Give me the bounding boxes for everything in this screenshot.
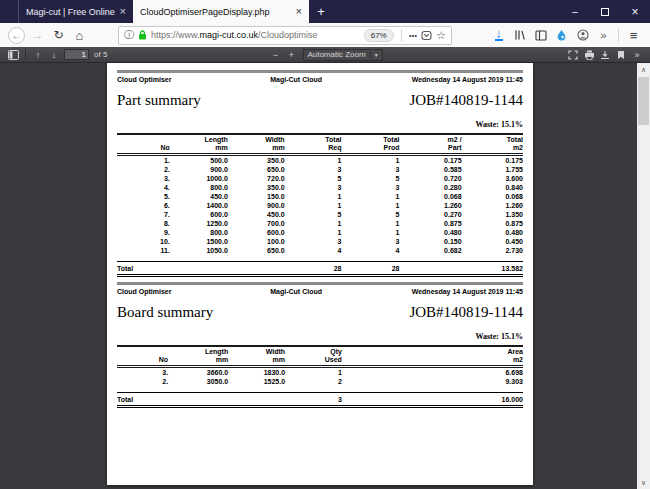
close-window-button[interactable]: × <box>620 0 650 23</box>
previous-page-button[interactable]: ↑ <box>30 48 46 62</box>
table-cell: 9. <box>117 228 170 237</box>
zoom-out-button[interactable]: − <box>267 48 283 62</box>
table-cell: 0.450 <box>462 237 523 246</box>
table-row: 11.1050.0650.0440.6822.730 <box>117 246 523 262</box>
table-cell: 4. <box>117 183 170 192</box>
total-cell <box>168 393 228 407</box>
reload-button[interactable]: ↻ <box>48 25 69 45</box>
zoom-in-button[interactable]: + <box>283 48 299 62</box>
table-cell: 1400.0 <box>170 201 228 210</box>
presentation-mode-button[interactable] <box>565 48 581 62</box>
total-cell <box>228 262 285 276</box>
table-cell: 900.0 <box>228 201 285 210</box>
table-footer: Total 28 28 13.582 <box>117 262 523 276</box>
table-cell: 4 <box>285 246 342 262</box>
scroll-up-icon[interactable]: ∧ <box>637 63 650 76</box>
maximize-icon <box>601 8 609 16</box>
page-zoom-badge[interactable]: 67% <box>364 29 394 42</box>
table-cell: 3. <box>117 367 168 378</box>
downloads-button[interactable]: ↓ <box>488 25 509 45</box>
page-number-input[interactable] <box>64 49 89 60</box>
tab-magicut-home[interactable]: Magi-cut | Free Online Panel Cuttin × <box>19 0 133 23</box>
forward-button[interactable]: → <box>27 25 48 45</box>
pdf-more-tools-button[interactable]: » <box>629 48 645 62</box>
app-menu-button[interactable]: ≡ <box>623 25 644 45</box>
table-row: 10.1500.0100.0330.1500.450 <box>117 237 523 246</box>
table-row: 3.3660.01830.016.698 <box>117 367 523 378</box>
table-cell: 450.0 <box>228 210 285 219</box>
table-cell: 3 <box>341 165 399 174</box>
tab-bar: Magi-cut | Free Online Panel Cuttin × Cl… <box>0 0 650 23</box>
print-button[interactable] <box>581 48 597 62</box>
pdf-toolbar: ↑ ↓ of 5 − + Automatic Zoom ▼ <box>0 47 650 63</box>
minimize-button[interactable]: – <box>560 0 590 23</box>
waste-label: Waste: 15.1% <box>117 120 523 129</box>
tab-cloudoptimiser[interactable]: CloudOptimiserPageDisplay.php × <box>133 0 309 23</box>
pdf-toolbar-right: » <box>565 48 645 62</box>
sidebar-toggle-button[interactable] <box>530 25 551 45</box>
bookmark-star-icon[interactable]: ☆ <box>436 29 446 42</box>
pocket-icon[interactable] <box>421 30 432 41</box>
col-header: QtyUsed <box>285 346 342 367</box>
table-cell: 450.0 <box>170 192 228 201</box>
vertical-scrollbar[interactable]: ∧ ∨ <box>637 63 650 489</box>
back-button[interactable]: ← <box>6 25 27 45</box>
bookmark-icon <box>617 50 625 60</box>
section-rule <box>117 282 523 285</box>
table-cell: 0.175 <box>400 155 462 166</box>
pdf-sidebar-toggle[interactable] <box>5 48 21 62</box>
next-page-button[interactable]: ↓ <box>46 48 62 62</box>
download-file-button[interactable] <box>597 48 613 62</box>
table-cell: 3 <box>285 237 342 246</box>
table-cell: 1 <box>285 201 342 210</box>
table-cell: 1 <box>285 192 342 201</box>
current-view-button[interactable] <box>613 48 629 62</box>
tab-title: CloudOptimiserPageDisplay.php <box>140 7 291 17</box>
table-cell: 6.698 <box>342 367 523 378</box>
sidebar-icon <box>535 30 547 41</box>
table-row: 1.500.0350.0110.1750.175 <box>117 155 523 166</box>
printer-icon <box>584 50 595 60</box>
home-button[interactable]: ⌂ <box>69 25 90 45</box>
table-cell: 1250.0 <box>170 219 228 228</box>
col-header: No <box>117 346 168 367</box>
col-header: Widthmm <box>228 346 285 367</box>
maximize-button[interactable] <box>590 0 620 23</box>
toolbar-right-icons: ↓ » ≡ <box>488 25 644 45</box>
overflow-menu-button[interactable]: » <box>593 25 614 45</box>
scrollbar-thumb[interactable] <box>638 77 649 125</box>
col-header: Aream2 <box>342 346 523 367</box>
library-button[interactable] <box>509 25 530 45</box>
table-cell: 3. <box>117 174 170 183</box>
report-app-name: Cloud Optimiser <box>117 288 236 295</box>
scroll-down-icon[interactable]: ∨ <box>637 476 650 489</box>
page-actions-icon[interactable]: ••• <box>409 31 417 40</box>
zoom-level-select[interactable]: Automatic Zoom ▼ <box>303 49 382 61</box>
close-tab-icon[interactable]: × <box>120 7 126 16</box>
table-cell: 0.720 <box>400 174 462 183</box>
toolbar-divider <box>618 28 619 42</box>
section-rule <box>117 70 523 73</box>
extension-drop-button[interactable] <box>551 25 572 45</box>
table-cell: 1.350 <box>462 210 523 219</box>
close-tab-icon[interactable]: × <box>296 7 302 16</box>
site-info-icon[interactable]: ⓘ <box>124 28 134 42</box>
url-bar[interactable]: ⓘ https://www.magi-cut.co.uk/Cloudoptimi… <box>118 26 452 45</box>
total-cell <box>400 262 462 276</box>
table-cell: 1525.0 <box>228 377 285 393</box>
table-cell: 5 <box>341 210 399 219</box>
table-cell: 0.875 <box>400 219 462 228</box>
table-cell: 1 <box>341 201 399 210</box>
new-tab-button[interactable]: + <box>309 0 333 23</box>
table-footer: Total 3 16.000 <box>117 393 523 407</box>
account-button[interactable] <box>572 25 593 45</box>
table-cell: 3050.0 <box>168 377 228 393</box>
job-number: JOB#140819-1144 <box>409 92 523 109</box>
page-count-label: of 5 <box>94 50 107 59</box>
tab-title: Magi-cut | Free Online Panel Cuttin <box>26 7 115 17</box>
table-cell: 800.0 <box>170 183 228 192</box>
col-header: Lengthmm <box>168 346 228 367</box>
table-cell: 2. <box>117 377 168 393</box>
pdf-viewer-area[interactable]: Cloud Optimiser Magi-Cut Cloud Wednesday… <box>0 63 650 489</box>
table-cell: 0.068 <box>400 192 462 201</box>
